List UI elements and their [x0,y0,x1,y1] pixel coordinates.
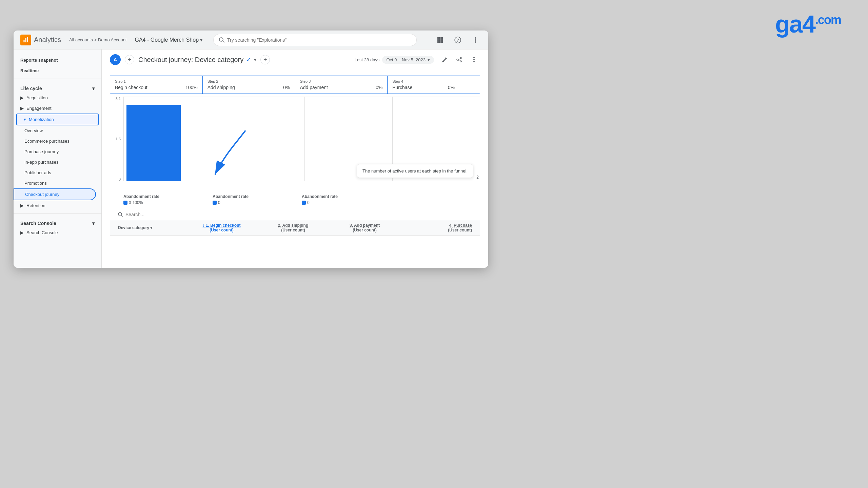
chart-bar-1 [126,105,181,181]
search-input[interactable] [227,37,411,43]
sidebar-item-acquisition[interactable]: ▶ Acquisition [14,93,101,103]
steps-row: Step 1 Begin checkout 100% Step 2 Add sh… [110,76,480,94]
sidebar-realtime[interactable]: Realtime [14,65,101,76]
abandonment-label-2: Abandonment rate [213,194,302,199]
sidebar-item-promotions[interactable]: Promotions [14,178,96,188]
funnel-area: Step 1 Begin checkout 100% Step 2 Add sh… [102,70,488,268]
report-title: Checkout journey: Device category ✓ ▾ + [138,55,270,64]
share-icon[interactable] [453,54,465,66]
svg-point-17 [473,57,475,58]
chart-column-1 [123,97,217,181]
abandonment-label-3: Abandonment rate [302,194,391,199]
svg-rect-6 [440,37,443,40]
sidebar-lifecycle-header: Life cycle ▾ [14,82,101,93]
sidebar-item-search-console[interactable]: ▶ Search Console [14,227,101,238]
svg-text:?: ? [456,38,459,43]
ga4-logo: ga4.com [775,10,841,38]
table-col-add-shipping[interactable]: 2. Add shipping (User count) [257,223,329,232]
top-bar-actions: ? [434,34,481,46]
svg-line-22 [121,216,122,217]
analytics-text: Analytics [34,36,61,44]
tooltip-box: The number of active users at each step … [357,164,473,178]
sidebar-item-monetization[interactable]: ▾ Monetization [16,114,99,125]
add-report-button[interactable]: + [260,55,270,64]
sidebar-search-console-header[interactable]: Search Console ▾ [14,217,101,227]
svg-rect-2 [27,37,28,42]
title-dropdown-icon[interactable]: ▾ [254,57,256,62]
edit-report-icon[interactable] [438,54,450,66]
table-col-add-payment[interactable]: 3. Add payment (User count) [329,223,400,232]
sidebar-divider-2 [14,214,101,214]
sidebar-item-publisher-ads[interactable]: Publisher ads [14,167,96,178]
top-bar: Analytics All accounts > Demo Account GA… [14,30,488,49]
search-bar[interactable] [213,34,417,46]
svg-point-3 [219,38,223,41]
sidebar-item-ecommerce-purchases[interactable]: Ecommerce purchases [14,136,96,146]
step-3-name: Add payment 0% [300,85,383,90]
breadcrumb: All accounts > Demo Account [69,37,126,42]
sidebar-reports-snapshot[interactable]: Reports snapshot [14,55,101,65]
abandonment-col-3: Abandonment rate 0 [302,194,391,205]
sidebar-item-retention[interactable]: ▶ Retention [14,200,101,211]
table-search-icon [118,212,123,217]
step-4-label: Step 4 [392,79,475,83]
step-2-name: Add shipping 0% [208,85,290,90]
y-label-bottom: 0 [119,177,121,181]
svg-line-16 [458,60,460,61]
abandonment-col-2: Abandonment rate 0 [213,194,302,205]
step-2-label: Step 2 [208,79,290,83]
step-4-name: Purchase 0% [392,85,475,90]
date-range-picker[interactable]: Oct 9 – Nov 5, 2023 ▾ [382,56,434,64]
abandonment-data-3: 0 [302,200,391,205]
report-header-icons [438,54,480,66]
step-4-box: Step 4 Purchase 0% [387,76,480,94]
report-header: A + Checkout journey: Device category ✓ … [102,49,488,70]
browser-window: Analytics All accounts > Demo Account GA… [14,30,488,268]
sidebar: Reports snapshot Realtime Life cycle ▾ ▶… [14,49,102,268]
table-col-begin-checkout[interactable]: ↓ 1. Begin checkout (User count) [186,223,257,232]
svg-rect-1 [25,38,26,42]
sidebar-item-in-app-purchases[interactable]: In-app purchases [14,157,96,167]
abandonment-dot-3 [302,201,306,205]
sidebar-item-purchase-journey[interactable]: Purchase journey [14,146,96,157]
date-range: Last 28 days Oct 9 – Nov 5, 2023 ▾ [355,56,434,64]
table-col-purchase[interactable]: 4. Purchase (User count) [400,223,472,232]
table-header: Device category ▾ ↓ 1. Begin checkout (U… [110,220,480,236]
abandonment-col-1: Abandonment rate 3 100% [123,194,213,205]
y-axis: 3.1 1.5 0 [110,97,122,181]
abandonment-label-1: Abandonment rate [123,194,213,199]
abandonment-data-1: 3 100% [123,200,213,205]
main-content: Reports snapshot Realtime Life cycle ▾ ▶… [14,49,488,268]
chart-column-2 [217,97,304,181]
svg-line-15 [458,59,460,60]
step-1-name: Begin checkout 100% [115,85,198,90]
step-3-label: Step 3 [300,79,383,83]
svg-line-4 [223,41,224,42]
abandonment-data-2: 0 [213,200,302,205]
search-icon [219,37,224,43]
step-1-box: Step 1 Begin checkout 100% [110,76,202,94]
abandonment-row: Abandonment rate 3 100% Abandonment rate… [110,194,480,205]
sidebar-item-overview[interactable]: Overview [14,125,96,136]
sidebar-item-checkout-journey[interactable]: Checkout journey [14,188,96,200]
table-search-bar[interactable] [110,209,480,220]
account-selector[interactable]: GA4 - Google Merch Shop ▾ [135,37,202,43]
help-icon-btn[interactable]: ? [452,34,464,46]
grid-icon-btn[interactable] [434,34,446,46]
analytics-logo-icon [20,35,31,45]
more-report-icon[interactable] [468,54,480,66]
step-3-box: Step 3 Add payment 0% [295,76,388,94]
y-label-top: 3.1 [116,97,121,101]
svg-rect-5 [437,37,440,40]
sidebar-divider-1 [14,79,101,79]
table-search-input[interactable] [125,212,472,217]
abandonment-dot-2 [213,201,217,205]
abandonment-dot-1 [123,201,127,205]
svg-point-12 [475,39,476,41]
add-segment-button[interactable]: + [125,55,134,64]
more-icon-btn[interactable] [469,34,481,46]
svg-rect-0 [23,40,25,42]
table-col-device[interactable]: Device category ▾ [118,225,186,230]
svg-point-18 [473,59,475,60]
sidebar-item-engagement[interactable]: ▶ Engagement [14,103,101,114]
